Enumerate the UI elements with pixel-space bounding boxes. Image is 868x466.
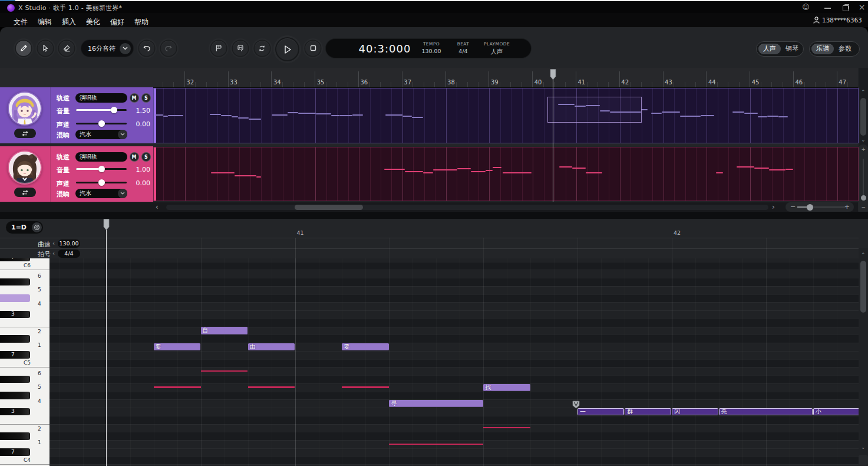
play-button[interactable] (276, 38, 298, 60)
pencil-tool-button[interactable] (16, 41, 31, 56)
toggle-voice[interactable]: 人声 (758, 44, 781, 54)
editor-playhead-line[interactable] (106, 219, 107, 466)
note-selected[interactable]: 小 (813, 408, 859, 415)
voice-piano-toggle[interactable]: 人声 钢琴 (756, 41, 804, 57)
key-settings-button[interactable] (32, 222, 42, 232)
phrase-marker-icon[interactable] (572, 400, 580, 411)
piano-key-A#4[interactable] (0, 376, 30, 383)
toggle-param[interactable]: 参数 (834, 44, 856, 54)
score-param-toggle[interactable]: 乐谱 参数 (809, 41, 860, 57)
volume-slider[interactable] (76, 109, 127, 111)
track-zoom-thumb[interactable] (861, 195, 866, 201)
mute-button[interactable]: M (130, 93, 139, 103)
song-tempo-value[interactable]: 130.00 (58, 239, 80, 248)
pan-slider[interactable] (76, 123, 127, 125)
avatar[interactable] (8, 91, 42, 126)
solo-button[interactable]: S (141, 93, 151, 103)
menu-item-file[interactable]: 文件 (14, 17, 28, 26)
piano-key-F#5[interactable] (0, 311, 30, 319)
time-signature-value[interactable]: 4/4 (58, 250, 80, 258)
menu-item-preferences[interactable]: 偏好 (110, 17, 124, 26)
editor-vscroll-thumb[interactable] (860, 261, 867, 313)
arrange-playhead-marker[interactable] (550, 69, 556, 83)
chevron-down-icon[interactable] (120, 43, 131, 54)
eraser-tool-button[interactable] (59, 41, 74, 56)
piano-key-D#5[interactable] (0, 335, 30, 343)
stop-button[interactable] (305, 41, 321, 56)
menu-item-help[interactable]: 帮助 (134, 17, 148, 26)
arrange-playhead-line[interactable] (553, 69, 554, 202)
note[interactable]: 要 (342, 343, 388, 350)
scroll-down-icon[interactable]: ⌄ (859, 137, 868, 143)
reverb-dropdown[interactable]: 汽水 (75, 189, 127, 198)
piano-keyboard[interactable]: 7C637C537C46542165421 (0, 258, 49, 466)
track-name-input[interactable]: 演唱轨 (75, 93, 127, 103)
note[interactable]: 要 (154, 343, 200, 350)
note[interactable]: 由 (248, 343, 295, 350)
marker-flag-button[interactable] (211, 41, 226, 56)
count-in-button[interactable] (233, 41, 248, 56)
minimize-button[interactable] (823, 4, 832, 12)
scroll-right-icon[interactable]: › (772, 202, 775, 212)
vscroll-thumb[interactable] (860, 98, 867, 136)
select-tool-button[interactable] (38, 41, 53, 56)
switch-singer-button[interactable] (14, 129, 36, 138)
note[interactable]: 寻 (389, 400, 483, 407)
track-clip-2[interactable] (153, 147, 859, 202)
track-name-input[interactable]: 演唱轨 (75, 152, 127, 162)
track-clip-1[interactable] (153, 88, 859, 143)
note[interactable]: 找 (483, 384, 530, 391)
close-button[interactable]: × (857, 4, 866, 12)
loop-button[interactable] (255, 41, 270, 56)
piano-key-G#5-highlighted[interactable] (0, 294, 30, 302)
toggle-score[interactable]: 乐谱 (811, 44, 834, 54)
note-selected[interactable]: 闪 (672, 408, 718, 415)
redo-button[interactable] (161, 41, 176, 56)
piano-key-C#6[interactable] (0, 258, 30, 262)
user-account[interactable]: 138****6363 (813, 15, 862, 25)
note-selected[interactable]: 群 (625, 408, 671, 415)
piano-key-C#4[interactable] (0, 448, 30, 456)
arrange-ruler[interactable]: 32333435363738394041424344454647 (0, 68, 858, 88)
solo-button[interactable]: S (141, 152, 151, 162)
switch-singer-button[interactable] (14, 188, 36, 197)
avatar[interactable] (8, 150, 42, 185)
undo-button[interactable] (139, 41, 154, 56)
pan-thumb[interactable] (98, 120, 105, 127)
editor-playhead-marker[interactable] (103, 219, 110, 233)
toggle-piano[interactable]: 钢琴 (781, 44, 803, 54)
note-length-dropdown[interactable]: 16分音符 (81, 40, 133, 57)
scroll-up-icon[interactable]: ⌃ (859, 89, 868, 95)
piano-key-A#5[interactable] (0, 278, 30, 286)
hscroll-thumb[interactable] (295, 205, 363, 210)
piano-key-F#4[interactable] (0, 408, 30, 416)
reverb-chevron-down-icon[interactable] (118, 130, 127, 139)
editor-scroll-up-icon[interactable]: ⌃ (859, 252, 868, 258)
zoom-in-icon[interactable]: + (844, 202, 850, 212)
piano-key-G#4[interactable] (0, 392, 30, 399)
key-signature-pill[interactable]: 1=D (6, 221, 43, 234)
track-zoom-in-icon[interactable]: + (859, 146, 868, 152)
reverb-dropdown[interactable]: 汽水 (75, 130, 127, 139)
piano-roll[interactable]: 要自由要寻找一群闪亮小 (49, 258, 859, 466)
scroll-left-icon[interactable]: ‹ (156, 202, 159, 212)
menu-item-insert[interactable]: 插入 (62, 17, 76, 26)
selection-rectangle[interactable] (547, 97, 642, 123)
editor-scroll-down-icon[interactable]: ⌄ (859, 444, 868, 450)
mute-button[interactable]: M (130, 152, 139, 162)
note-selected[interactable]: 一 (577, 408, 624, 415)
pan-thumb[interactable] (98, 179, 105, 186)
volume-slider[interactable] (76, 168, 127, 170)
zoom-thumb[interactable] (807, 204, 813, 211)
piano-key-D#4[interactable] (0, 432, 30, 440)
feedback-smiley-icon[interactable]: ☺ (801, 3, 810, 11)
maximize-button[interactable] (841, 4, 850, 12)
note[interactable]: 自 (201, 327, 247, 334)
piano-key-C#5[interactable] (0, 351, 30, 359)
reverb-chevron-down-icon[interactable] (118, 189, 127, 198)
menu-item-edit[interactable]: 编辑 (38, 17, 52, 26)
menu-item-beautify[interactable]: 美化 (86, 17, 100, 26)
volume-thumb[interactable] (111, 107, 117, 113)
note-selected[interactable]: 亮 (719, 408, 813, 415)
volume-thumb[interactable] (98, 166, 105, 172)
